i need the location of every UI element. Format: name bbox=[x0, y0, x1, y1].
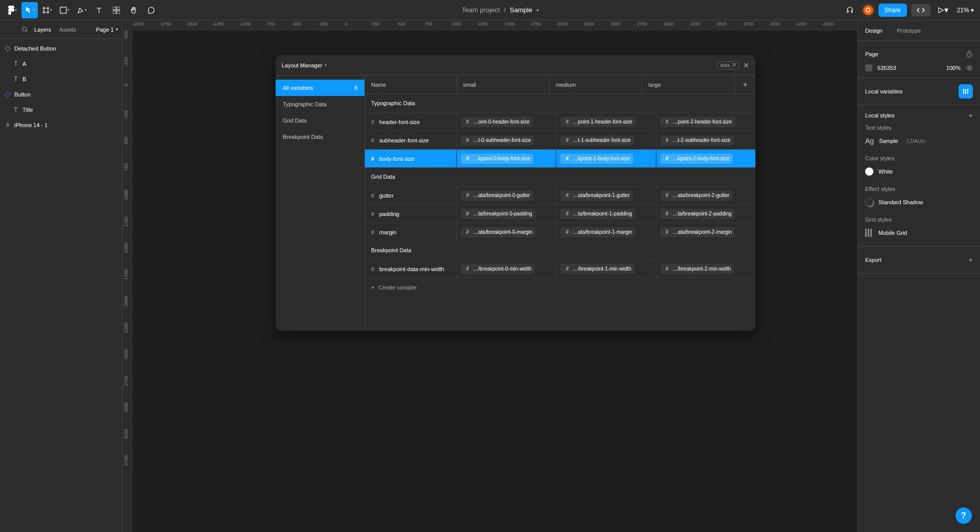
col-large[interactable]: large bbox=[642, 76, 735, 93]
page-bg-swatch[interactable] bbox=[865, 64, 872, 71]
variable-value-cell[interactable]: #…t-1-subheader-font-size bbox=[556, 131, 656, 149]
variable-value-cell[interactable]: #…ata/breakpoint-1-gutter bbox=[556, 186, 656, 204]
variable-value-cell[interactable]: #…/breakpoint-0-min-width bbox=[457, 260, 556, 278]
alias-chip[interactable]: #…ata/breakpoint-1-margin bbox=[560, 227, 635, 237]
text-style-sample[interactable]: Ag Sample · 12/Auto bbox=[865, 134, 973, 148]
local-variables-button[interactable] bbox=[959, 84, 973, 99]
text-tool-button[interactable] bbox=[91, 2, 107, 18]
add-style-button[interactable]: + bbox=[969, 111, 973, 119]
variable-value-cell[interactable]: #…ta/breakpoint-0-padding bbox=[457, 205, 556, 223]
variable-name-cell[interactable]: #header-font-size bbox=[365, 113, 457, 131]
variable-value-cell[interactable]: #…/breakpoint-1-min-width bbox=[556, 260, 656, 278]
page-bg-opacity[interactable]: 100% bbox=[946, 65, 961, 71]
variable-value-cell[interactable]: #…kpoint-0-body-font-size bbox=[457, 150, 556, 167]
alias-chip[interactable]: #…/breakpoint-1-min-width bbox=[560, 264, 634, 274]
variable-value-cell[interactable]: #…oint-0-header-font-size bbox=[457, 113, 556, 131]
variable-value-cell[interactable]: #…kpoint-1-body-font-size bbox=[556, 150, 656, 167]
alias-chip[interactable]: #…ata/breakpoint-0-gutter bbox=[461, 190, 533, 201]
variable-name-cell[interactable]: #padding bbox=[365, 205, 457, 223]
alias-chip[interactable]: #…oint-0-header-font-size bbox=[461, 117, 533, 127]
assets-tab[interactable]: Assets bbox=[55, 25, 80, 35]
visibility-toggle[interactable] bbox=[966, 65, 973, 70]
variable-value-cell[interactable]: #…kpoint-2-body-font-size bbox=[656, 150, 755, 167]
alias-chip[interactable]: #…ta/breakpoint-0-padding bbox=[461, 209, 535, 219]
variable-row[interactable]: #header-font-size#…oint-0-header-font-si… bbox=[365, 112, 755, 131]
zoom-level[interactable]: 21% ▾ bbox=[955, 7, 976, 14]
alias-chip[interactable]: #…ata/breakpoint-2-gutter bbox=[660, 190, 732, 201]
alias-chip[interactable]: #…t-2-subheader-font-size bbox=[660, 135, 733, 146]
alias-chip[interactable]: #…ta/breakpoint-1-padding bbox=[560, 209, 635, 219]
alias-chip[interactable]: #…t-1-subheader-font-size bbox=[560, 135, 633, 146]
sidebar-group-item[interactable]: Grid Data bbox=[276, 112, 364, 129]
variable-value-cell[interactable]: #…ata/breakpoint-1-margin bbox=[556, 223, 656, 241]
shape-tool-button[interactable]: ▾ bbox=[56, 2, 72, 18]
file-name[interactable]: Sample bbox=[510, 6, 532, 14]
team-name[interactable]: Team project bbox=[462, 6, 500, 14]
canvas[interactable]: -2000-1750-1500-1250-1000-750-500-250025… bbox=[122, 20, 857, 532]
variable-value-cell[interactable]: #…ata/breakpoint-0-margin bbox=[457, 223, 556, 241]
beta-badge[interactable]: Beta bbox=[717, 61, 739, 69]
variable-value-cell[interactable]: #…ata/breakpoint-0-gutter bbox=[457, 186, 556, 204]
design-tab[interactable]: Design bbox=[858, 20, 890, 40]
hand-tool-button[interactable] bbox=[126, 2, 142, 18]
share-button[interactable]: Share bbox=[878, 4, 907, 17]
variable-row[interactable]: #padding#…ta/breakpoint-0-padding#…ta/br… bbox=[365, 204, 755, 223]
layer-item[interactable]: Button bbox=[0, 87, 122, 102]
create-variable-button[interactable]: + Create variable bbox=[365, 278, 755, 296]
alias-chip[interactable]: #…ata/breakpoint-1-gutter bbox=[560, 190, 632, 201]
effect-style-shadow[interactable]: Standard Shadow bbox=[865, 195, 973, 209]
chevron-down-icon[interactable]: ▾ bbox=[536, 8, 539, 13]
alias-chip[interactable]: #…/breakpoint-2-min-width bbox=[660, 264, 734, 274]
user-avatar[interactable]: O bbox=[862, 4, 874, 16]
alias-chip[interactable]: #…ata/breakpoint-2-margin bbox=[660, 227, 735, 237]
pen-tool-button[interactable]: ▾ bbox=[74, 2, 90, 18]
dev-mode-button[interactable] bbox=[911, 4, 930, 16]
variable-value-cell[interactable]: #…point-2-header-font-size bbox=[656, 113, 755, 131]
alias-chip[interactable]: #…ta/breakpoint-2-padding bbox=[660, 209, 735, 219]
variable-value-cell[interactable]: #…t-2-subheader-font-size bbox=[656, 131, 755, 149]
variable-name-cell[interactable]: #margin bbox=[365, 223, 457, 241]
present-button[interactable]: ▾ bbox=[935, 2, 951, 18]
alias-chip[interactable]: #…t-0-subheader-font-size bbox=[461, 135, 534, 146]
help-button[interactable]: ? bbox=[955, 507, 972, 524]
frame-tool-button[interactable]: ▾ bbox=[39, 2, 55, 18]
prototype-tab[interactable]: Prototype bbox=[890, 20, 928, 40]
variable-value-cell[interactable]: #…/breakpoint-2-min-width bbox=[656, 260, 755, 278]
add-export-button[interactable]: + bbox=[969, 256, 973, 264]
variable-name-cell[interactable]: #gutter bbox=[365, 186, 457, 204]
alias-chip[interactable]: #…kpoint-1-body-font-size bbox=[560, 154, 633, 164]
variable-value-cell[interactable]: #…t-0-subheader-font-size bbox=[457, 131, 556, 149]
page-settings-button[interactable] bbox=[966, 51, 973, 58]
chevron-down-icon[interactable]: ▾ bbox=[325, 63, 327, 67]
variable-row[interactable]: #breakpoint-data-min-width#…/breakpoint-… bbox=[365, 259, 755, 278]
variable-value-cell[interactable]: #…ta/breakpoint-1-padding bbox=[556, 205, 656, 223]
sidebar-group-item[interactable]: Breakpoint Data bbox=[276, 129, 364, 145]
search-button[interactable] bbox=[20, 21, 30, 38]
alias-chip[interactable]: #…point-1-header-font-size bbox=[560, 117, 635, 127]
close-button[interactable]: ✕ bbox=[743, 61, 749, 69]
layer-item[interactable]: #iPhone 14 - 1 bbox=[0, 117, 122, 133]
variable-row[interactable]: #subheader-font-size#…t-0-subheader-font… bbox=[365, 131, 755, 149]
variable-value-cell[interactable]: #…ta/breakpoint-2-padding bbox=[656, 205, 755, 223]
variable-name-cell[interactable]: #breakpoint-data-min-width bbox=[365, 260, 457, 278]
variable-name-cell[interactable]: #subheader-font-size bbox=[365, 131, 457, 149]
sidebar-group-item[interactable]: Typographic Data bbox=[276, 96, 364, 112]
color-style-white[interactable]: White bbox=[865, 164, 973, 179]
layers-tab[interactable]: Layers bbox=[30, 25, 55, 35]
variable-row[interactable]: #margin#…ata/breakpoint-0-margin#…ata/br… bbox=[365, 223, 755, 241]
variable-value-cell[interactable]: #…point-1-header-font-size bbox=[556, 113, 656, 131]
col-small[interactable]: small bbox=[457, 76, 550, 93]
resources-button[interactable] bbox=[108, 2, 125, 18]
add-mode-button[interactable]: + bbox=[735, 76, 755, 93]
alias-chip[interactable]: #…kpoint-0-body-font-size bbox=[461, 154, 533, 164]
figma-menu-button[interactable]: ▾ bbox=[4, 2, 20, 18]
headset-button[interactable] bbox=[842, 2, 858, 18]
variable-value-cell[interactable]: #…ata/breakpoint-2-gutter bbox=[656, 186, 755, 204]
alias-chip[interactable]: #…/breakpoint-0-min-width bbox=[461, 264, 535, 274]
page-bg-hex[interactable]: 535353 bbox=[877, 65, 896, 71]
alias-chip[interactable]: #…kpoint-2-body-font-size bbox=[660, 154, 733, 164]
comment-tool-button[interactable] bbox=[143, 2, 159, 18]
variable-name-cell[interactable]: #body-font-size bbox=[365, 150, 457, 167]
layer-item[interactable]: Detached Button bbox=[0, 41, 122, 56]
page-selector[interactable]: Page 1▾ bbox=[96, 27, 118, 33]
